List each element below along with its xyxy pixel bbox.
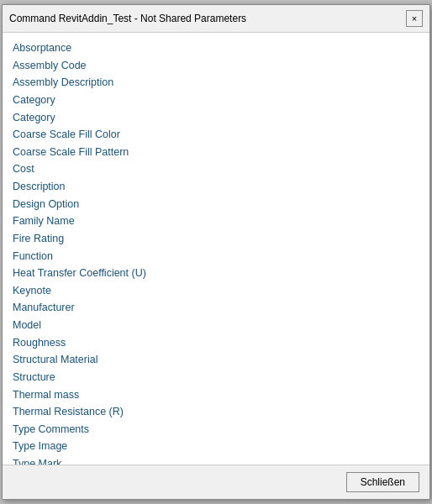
main-window: Command RevitAddin_Test - Not Shared Par… [2,4,430,500]
list-item[interactable]: Structural Material [13,351,419,369]
list-item[interactable]: Cost [13,160,419,178]
list-item[interactable]: Assembly Code [13,57,419,75]
list-item[interactable]: Roughness [13,334,419,352]
list-item[interactable]: Coarse Scale Fill Pattern [13,144,419,161]
list-item[interactable]: Structure [13,369,419,386]
list-item[interactable]: Category [13,92,419,109]
list-item[interactable]: Coarse Scale Fill Color [13,126,419,144]
list-item[interactable]: Absorptance [13,39,419,57]
list-item[interactable]: Function [13,248,419,265]
list-item[interactable]: Description [13,178,419,196]
parameter-list-container: AbsorptanceAssembly CodeAssembly Descrip… [3,33,429,465]
footer: Schließen [3,465,429,499]
window-title: Command RevitAddin_Test - Not Shared Par… [9,13,246,24]
list-item[interactable]: Keynote [13,282,419,300]
list-item[interactable]: Design Option [13,196,419,213]
list-item[interactable]: Heat Transfer Coefficient (U) [13,265,419,282]
list-item[interactable]: Family Name [13,213,419,230]
list-item[interactable]: Type Image [13,438,419,455]
list-item[interactable]: Type Comments [13,421,419,438]
title-bar: Command RevitAddin_Test - Not Shared Par… [3,5,429,33]
close-dialog-button[interactable]: Schließen [346,472,419,492]
list-item[interactable]: Assembly Description [13,74,419,92]
window-close-button[interactable]: × [406,10,423,27]
list-item[interactable]: Category [13,109,419,127]
list-item[interactable]: Thermal mass [13,386,419,404]
list-item[interactable]: Type Mark [13,455,419,465]
list-item[interactable]: Fire Rating [13,230,419,248]
list-item[interactable]: Thermal Resistance (R) [13,403,419,421]
list-item[interactable]: Model [13,317,419,334]
list-item[interactable]: Manufacturer [13,299,419,317]
